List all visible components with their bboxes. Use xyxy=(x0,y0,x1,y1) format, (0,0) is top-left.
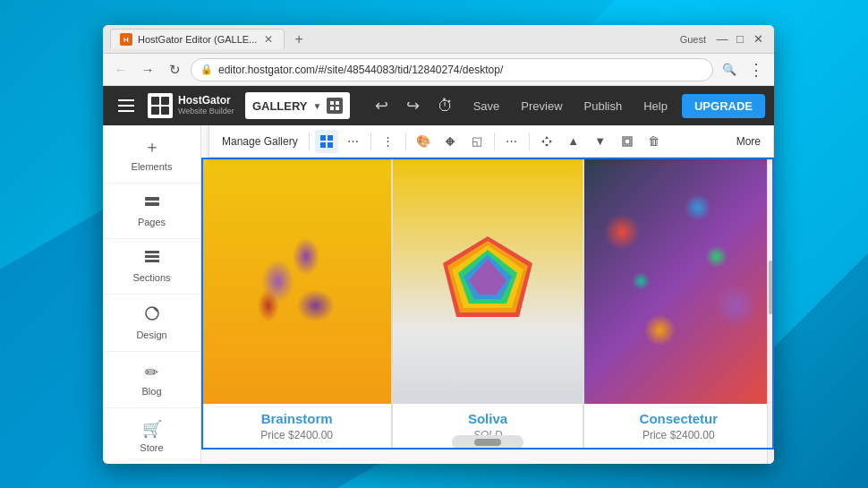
address-bar[interactable]: 🔒 editor.hostgator.com/#/site/48544083/t… xyxy=(191,58,713,81)
browser-tab[interactable]: H HostGator Editor (GALLE... ✕ xyxy=(110,29,285,49)
sidebar-blog-label: Blog xyxy=(141,386,161,397)
redo-button[interactable]: ↪ xyxy=(401,92,425,119)
gallery-item-soliva[interactable]: Soliva SOLD xyxy=(392,158,583,449)
brand-icon-sq-3 xyxy=(151,107,159,115)
hamburger-line-3 xyxy=(118,110,134,112)
dots-view-button[interactable]: ⋯ xyxy=(342,130,365,153)
svg-rect-37 xyxy=(702,270,726,279)
drag-button[interactable] xyxy=(535,130,558,153)
publish-button[interactable]: Publish xyxy=(577,96,630,116)
more-label[interactable]: More xyxy=(731,135,766,148)
browser-titlebar: H HostGator Editor (GALLE... ✕ + Guest —… xyxy=(103,25,774,54)
design-icon xyxy=(144,305,160,326)
layers-button[interactable] xyxy=(616,130,639,153)
svg-rect-28 xyxy=(678,186,773,281)
brand-icon xyxy=(148,93,173,118)
svg-rect-13 xyxy=(320,135,326,141)
preview-button[interactable]: Preview xyxy=(514,96,569,116)
maximize-button[interactable]: □ xyxy=(731,30,749,48)
manage-gallery-button[interactable]: Manage Gallery xyxy=(217,135,303,148)
sidebar-store-label: Store xyxy=(140,442,163,453)
arrow-up-button[interactable]: ▲ xyxy=(562,130,585,153)
svg-rect-6 xyxy=(145,251,159,253)
undo-button[interactable]: ↩ xyxy=(370,92,394,119)
svg-point-32 xyxy=(691,293,762,364)
toolbar-divider-4 xyxy=(494,133,495,150)
right-scrollbar[interactable] xyxy=(767,125,774,464)
hamburger-line-2 xyxy=(118,105,134,107)
minimize-button[interactable]: — xyxy=(713,30,731,48)
frame-button[interactable]: ◱ xyxy=(465,130,489,153)
action-dots-button[interactable]: ⋯ xyxy=(500,130,523,153)
gallery-title-brainstorm: Brainstorm xyxy=(206,411,387,426)
svg-point-31 xyxy=(601,204,660,263)
back-button[interactable]: ← xyxy=(110,59,132,81)
store-icon: 🛒 xyxy=(142,419,162,439)
svg-point-35 xyxy=(720,216,756,252)
scroll-indicator[interactable] xyxy=(452,435,523,449)
sidebar-item-blog[interactable]: ✏ Blog xyxy=(103,352,200,408)
gallery-price-brainstorm: Price $2400.00 xyxy=(206,429,387,441)
brand-icon-sq-2 xyxy=(161,97,169,105)
sidebar-pages-label: Pages xyxy=(138,217,166,227)
svg-rect-0 xyxy=(330,101,334,105)
sidebar-item-pages[interactable]: Pages xyxy=(103,184,200,239)
hamburger-button[interactable] xyxy=(112,91,140,120)
gallery-icon xyxy=(327,98,343,114)
save-button[interactable]: Save xyxy=(466,96,507,116)
sidebar-item-elements[interactable]: ＋ Elements xyxy=(103,125,200,184)
forward-button[interactable]: → xyxy=(137,59,158,81)
svg-rect-4 xyxy=(145,197,159,201)
lock-icon: 🔒 xyxy=(200,64,213,75)
gallery-item-brainstorm[interactable]: Brainstorm Price $2400.00 xyxy=(201,158,392,449)
gallery-caption-brainstorm: Brainstorm Price $2400.00 xyxy=(202,404,391,449)
brand-name: HostGator Website Builder xyxy=(178,95,234,116)
tab-label: HostGator Editor (GALLE... xyxy=(138,34,257,45)
upgrade-button[interactable]: UPGRADE xyxy=(682,94,765,118)
svg-rect-26 xyxy=(584,186,773,375)
grid-view-button[interactable] xyxy=(315,130,338,153)
sidebar-design-label: Design xyxy=(136,330,166,340)
svg-point-38 xyxy=(608,326,618,336)
tab-close-button[interactable]: ✕ xyxy=(262,33,275,46)
svg-rect-36 xyxy=(608,317,643,331)
reload-button[interactable]: ↻ xyxy=(164,59,185,81)
gallery-dropdown[interactable]: GALLERY ▼ xyxy=(245,92,351,119)
more-options-button[interactable]: ⋮ xyxy=(377,130,400,153)
brand-main-label: HostGator xyxy=(178,95,234,107)
sidebar-item-sections[interactable]: Sections xyxy=(103,239,200,295)
flowers-image xyxy=(202,158,391,404)
gallery-images: Brainstorm Price $2400.00 xyxy=(201,158,774,449)
guest-label: Guest xyxy=(680,34,706,45)
toolbar-divider-2 xyxy=(370,133,371,150)
color-picker-button[interactable]: 🎨 xyxy=(412,130,435,153)
svg-rect-14 xyxy=(328,135,333,141)
svg-rect-34 xyxy=(596,293,655,311)
elements-icon: ＋ xyxy=(144,136,160,158)
window-close-button[interactable]: ✕ xyxy=(749,30,767,48)
gallery-dropdown-label: GALLERY xyxy=(252,99,308,113)
svg-rect-8 xyxy=(145,260,159,262)
scrollbar-thumb xyxy=(769,261,773,314)
history-button[interactable]: ⏱ xyxy=(432,93,459,119)
app-toolbar: HostGator Website Builder GALLERY ▼ ↩ ↪ … xyxy=(103,86,774,125)
art-image xyxy=(584,158,773,404)
search-button[interactable]: 🔍 xyxy=(719,59,740,81)
sidebar-sections-label: Sections xyxy=(132,272,170,283)
svg-rect-29 xyxy=(584,281,679,376)
brand-icon-sq-4 xyxy=(161,107,169,115)
target-button[interactable] xyxy=(438,130,462,153)
help-button[interactable]: Help xyxy=(636,96,675,116)
browser-window: H HostGator Editor (GALLE... ✕ + Guest —… xyxy=(103,25,774,464)
delete-button[interactable]: 🗑 xyxy=(642,130,666,153)
gallery-container: Brainstorm Price $2400.00 xyxy=(201,158,774,449)
gallery-img-art xyxy=(584,158,773,404)
browser-menu-button[interactable]: ⋮ xyxy=(745,59,767,81)
pages-icon xyxy=(144,194,160,213)
arrow-down-button[interactable]: ▼ xyxy=(589,130,612,153)
new-tab-button[interactable]: + xyxy=(288,29,310,50)
gallery-item-consectetur[interactable]: Consectetur Price $2400.00 xyxy=(583,158,774,449)
sidebar-item-design[interactable]: Design xyxy=(103,295,200,352)
canvas-area: Manage Gallery ⋯ ⋮ 🎨 ◱ ⋯ xyxy=(201,125,774,464)
sidebar-item-store[interactable]: 🛒 Store xyxy=(103,408,200,464)
